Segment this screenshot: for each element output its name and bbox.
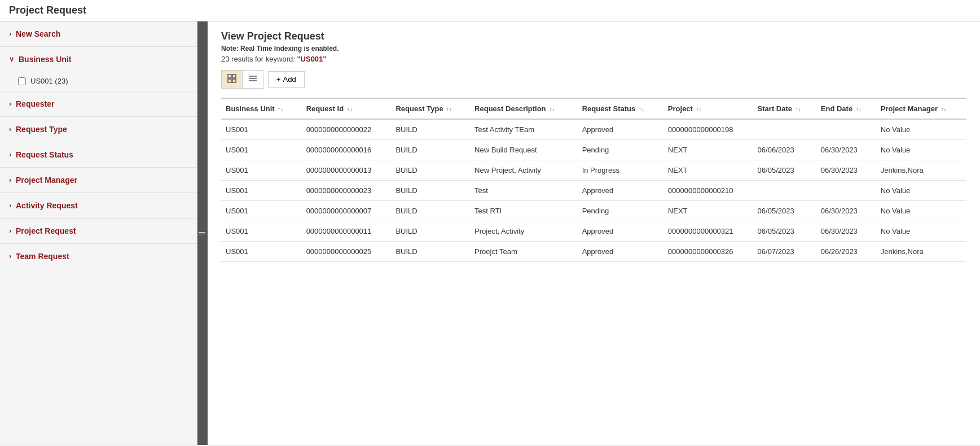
sort-icon: ↑↓ <box>856 106 862 112</box>
table-row[interactable]: US0010000000000000007BUILDTest RTIPendin… <box>221 201 966 221</box>
table-cell: New Project, Activity <box>470 160 578 181</box>
col-request-type[interactable]: Request Type ↑↓ <box>391 98 470 119</box>
list-icon <box>248 74 257 85</box>
sidebar-collapse-handle[interactable]: || <box>197 21 208 445</box>
svg-rect-0 <box>228 75 231 78</box>
col-business-unit[interactable]: Business Unit ↑↓ <box>221 98 302 119</box>
results-keyword: "US001" <box>297 55 326 63</box>
list-view-button[interactable] <box>243 71 263 88</box>
chevron-right-icon: › <box>9 176 11 184</box>
sidebar-item-requester[interactable]: › Requester <box>0 91 197 117</box>
business-unit-checkbox[interactable] <box>18 77 26 85</box>
table-cell <box>753 119 816 140</box>
col-label: Request Description <box>474 104 546 113</box>
sidebar-item-project-manager[interactable]: › Project Manager <box>0 168 197 193</box>
grid-icon <box>227 74 236 85</box>
sort-icon: ↑↓ <box>446 106 452 112</box>
page-title: Project Request <box>0 0 980 21</box>
sidebar-item-business-unit[interactable]: ∨ Business Unit <box>0 47 197 72</box>
table-cell: BUILD <box>391 140 470 160</box>
col-project-manager[interactable]: Project Manager ↑↓ <box>876 98 966 119</box>
main-content: View Project Request Note: Real Time Ind… <box>208 21 980 445</box>
col-label: Request Status <box>582 104 636 113</box>
sidebar-item-request-type[interactable]: › Request Type <box>0 117 197 142</box>
sidebar-item-request-status[interactable]: › Request Status <box>0 142 197 168</box>
sidebar-item-project-request[interactable]: › Project Request <box>0 218 197 244</box>
col-label: Request Type <box>395 104 443 113</box>
table-cell: 0000000000000022 <box>302 119 392 140</box>
business-unit-option-label[interactable]: US001 (23) <box>18 77 188 85</box>
table-cell: 0000000000000007 <box>302 201 392 221</box>
table-cell: US001 <box>221 221 302 242</box>
col-label: Start Date <box>758 104 792 113</box>
table-cell: BUILD <box>391 221 470 242</box>
table-row[interactable]: US0010000000000000023BUILDTestApproved00… <box>221 181 966 201</box>
table-cell: 0000000000000326 <box>663 242 753 262</box>
table-cell: US001 <box>221 181 302 201</box>
col-request-description[interactable]: Request Description ↑↓ <box>470 98 578 119</box>
table-row[interactable]: US0010000000000000011BUILDProject, Activ… <box>221 221 966 242</box>
table-cell: No Value <box>876 119 966 140</box>
col-end-date[interactable]: End Date ↑↓ <box>816 98 876 119</box>
table-row[interactable]: US0010000000000000013BUILDNew Project, A… <box>221 160 966 181</box>
table-cell: Project, Activity <box>470 221 578 242</box>
table-cell: 06/05/2023 <box>753 221 816 242</box>
view-btn-group <box>221 70 263 89</box>
table-cell: 06/07/2023 <box>753 242 816 262</box>
sort-icon: ↑↓ <box>696 106 702 112</box>
table-cell: No Value <box>876 140 966 160</box>
table-cell: Proejct Team <box>470 242 578 262</box>
sidebar-item-team-request[interactable]: › Team Request <box>0 244 197 269</box>
sidebar-item-label: Activity Request <box>16 201 78 210</box>
table-cell <box>816 181 876 201</box>
table-cell: 06/30/2023 <box>816 221 876 242</box>
table-cell: Jenkins,Nora <box>876 242 966 262</box>
results-label: results for keyword: <box>231 55 297 63</box>
table-cell: 0000000000000210 <box>663 181 753 201</box>
sort-icon: ↑↓ <box>796 106 801 112</box>
table-row[interactable]: US0010000000000000016BUILDNew Build Requ… <box>221 140 966 160</box>
table-cell: NEXT <box>663 201 753 221</box>
table-cell: Approved <box>578 242 663 262</box>
col-project[interactable]: Project ↑↓ <box>663 98 753 119</box>
data-table: Business Unit ↑↓ Request Id ↑↓ Request T… <box>221 98 966 262</box>
table-cell <box>816 119 876 140</box>
col-request-id[interactable]: Request Id ↑↓ <box>302 98 392 119</box>
table-cell: BUILD <box>391 119 470 140</box>
chevron-right-icon: › <box>9 125 11 133</box>
table-cell: US001 <box>221 201 302 221</box>
col-request-status[interactable]: Request Status ↑↓ <box>578 98 663 119</box>
collapse-icon: || <box>199 231 206 235</box>
business-unit-option-text: US001 (23) <box>30 77 68 85</box>
col-start-date[interactable]: Start Date ↑↓ <box>753 98 816 119</box>
table-cell: 0000000000000321 <box>663 221 753 242</box>
add-label: Add <box>283 75 296 84</box>
table-cell: BUILD <box>391 181 470 201</box>
sort-icon: ↑↓ <box>639 106 644 112</box>
table-cell: New Build Request <box>470 140 578 160</box>
table-cell: BUILD <box>391 201 470 221</box>
chevron-right-icon: › <box>9 100 11 108</box>
chevron-right-icon: › <box>9 202 11 209</box>
table-row[interactable]: US0010000000000000025BUILDProejct TeamAp… <box>221 242 966 262</box>
table-cell: 0000000000000016 <box>302 140 392 160</box>
sidebar-item-activity-request[interactable]: › Activity Request <box>0 193 197 218</box>
sidebar-item-label: Project Manager <box>16 176 77 185</box>
sidebar-item-label: Project Request <box>16 226 76 235</box>
table-cell: Jenkins,Nora <box>876 160 966 181</box>
table-cell: In Progress <box>578 160 663 181</box>
grid-view-button[interactable] <box>222 71 243 88</box>
col-label: Project <box>668 104 693 113</box>
svg-rect-2 <box>228 79 231 82</box>
table-cell: US001 <box>221 242 302 262</box>
sidebar-item-new-search[interactable]: › New Search <box>0 21 197 47</box>
add-button[interactable]: + Add <box>268 71 305 88</box>
col-label: End Date <box>821 104 852 113</box>
table-cell: 0000000000000011 <box>302 221 392 242</box>
table-cell: BUILD <box>391 242 470 262</box>
col-label: Request Id <box>306 104 344 113</box>
table-cell: 0000000000000013 <box>302 160 392 181</box>
results-count: 23 <box>221 55 229 63</box>
table-header-row: Business Unit ↑↓ Request Id ↑↓ Request T… <box>221 98 966 119</box>
table-row[interactable]: US0010000000000000022BUILDTest Activity … <box>221 119 966 140</box>
